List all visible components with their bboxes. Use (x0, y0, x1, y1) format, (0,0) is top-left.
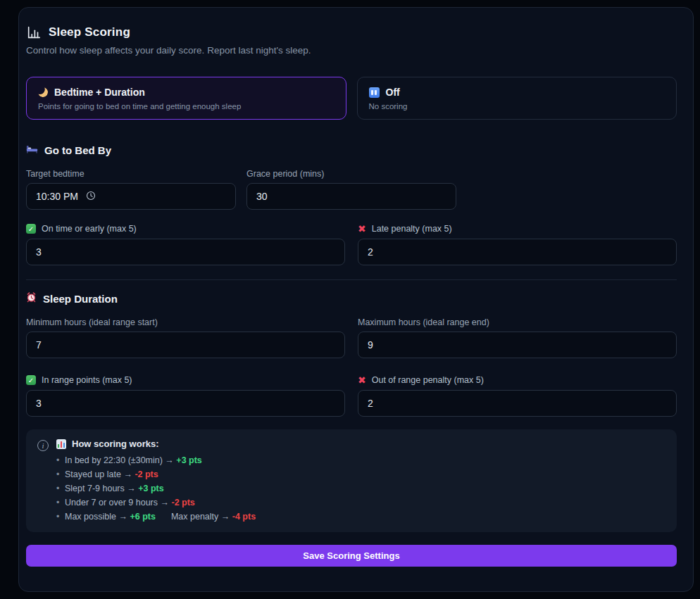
info-heading: How scoring works: (56, 439, 256, 449)
mode-card-title: Off (386, 87, 400, 98)
mode-card-desc: Points for going to bed on time and gett… (38, 102, 335, 111)
rule-item: Slept 7-9 hours → +3 pts (56, 481, 256, 496)
field-label: Late penalty (max 5) (372, 224, 452, 234)
on-time-points-input[interactable] (26, 239, 345, 265)
late-penalty-input[interactable] (358, 239, 677, 265)
check-icon: ✓ (26, 375, 36, 385)
bar-chart-emoji-icon (56, 439, 66, 449)
field-label: Out of range penalty (max 5) (372, 375, 484, 385)
info-heading-text: How scoring works: (72, 439, 159, 449)
mode-card-bedtime-duration[interactable]: Bedtime + Duration Points for going to b… (26, 77, 346, 120)
min-hours-input[interactable] (26, 332, 345, 358)
scoring-info-box: i How scoring works: In bed by 22:30 (±3… (26, 429, 677, 532)
points-value: -4 pts (232, 512, 256, 522)
field-out-of-range-penalty: ✖ Out of range penalty (max 5) (358, 375, 677, 417)
field-label-with-icon: ✓ In range points (max 5) (26, 375, 345, 385)
page-header: Sleep Scoring (26, 25, 677, 40)
mode-card-off[interactable]: Off No scoring (357, 77, 677, 120)
field-label: On time or early (max 5) (42, 224, 137, 234)
points-value: -2 pts (171, 498, 194, 507)
section-sleep-duration: Sleep Duration (26, 292, 677, 305)
page-subtitle: Control how sleep affects your daily sco… (26, 45, 677, 56)
field-label: Target bedtime (26, 169, 236, 179)
max-hours-input[interactable] (358, 332, 677, 358)
x-icon: ✖ (358, 224, 366, 234)
target-bedtime-value: 10:30 PM (36, 191, 78, 202)
field-label: Minimum hours (ideal range start) (26, 317, 345, 327)
mode-card-title: Bedtime + Duration (54, 87, 145, 98)
section-title-text: Go to Bed By (44, 144, 111, 156)
section-title-text: Sleep Duration (43, 293, 118, 305)
field-on-time-points: ✓ On time or early (max 5) (26, 224, 345, 265)
field-label: Maximum hours (ideal range end) (358, 317, 677, 327)
bed-icon (26, 144, 38, 156)
out-of-range-penalty-input[interactable] (358, 390, 677, 417)
rule-item: Max possible → +6 ptsMax penalty → -4 pt… (56, 510, 256, 524)
field-min-hours: Minimum hours (ideal range start) (26, 317, 345, 358)
section-go-to-bed-by: Go to Bed By (26, 144, 677, 156)
clock-icon[interactable] (86, 191, 96, 203)
field-late-penalty: ✖ Late penalty (max 5) (358, 224, 677, 265)
page-title: Sleep Scoring (49, 25, 130, 39)
section-divider (26, 279, 677, 280)
info-circle-icon: i (37, 440, 49, 451)
field-grace-period: Grace period (mins) (246, 169, 456, 210)
check-icon: ✓ (26, 224, 36, 234)
x-icon: ✖ (358, 375, 366, 385)
in-range-points-input[interactable] (26, 390, 345, 417)
scoring-rules-list: In bed by 22:30 (±30min) → +3 pts Stayed… (56, 453, 256, 524)
field-label-with-icon: ✖ Out of range penalty (max 5) (358, 375, 677, 385)
alarm-clock-icon (26, 292, 37, 305)
moon-icon (37, 87, 49, 99)
field-label: In range points (max 5) (42, 375, 132, 385)
target-bedtime-input[interactable]: 10:30 PM (26, 183, 236, 210)
mode-card-desc: No scoring (369, 102, 665, 111)
bar-chart-icon (26, 25, 42, 40)
field-max-hours: Maximum hours (ideal range end) (358, 317, 677, 358)
field-target-bedtime: Target bedtime 10:30 PM (26, 169, 236, 210)
points-value: +3 pts (176, 455, 201, 465)
field-label-with-icon: ✖ Late penalty (max 5) (358, 224, 677, 234)
field-label-with-icon: ✓ On time or early (max 5) (26, 224, 345, 234)
points-value: +3 pts (138, 484, 163, 493)
scoring-mode-cards: Bedtime + Duration Points for going to b… (26, 77, 677, 120)
sleep-scoring-panel: Sleep Scoring Control how sleep affects … (18, 7, 694, 592)
rule-item: In bed by 22:30 (±30min) → +3 pts (56, 453, 256, 467)
grace-period-input[interactable] (246, 183, 456, 210)
pause-icon (369, 87, 380, 98)
rule-item: Under 7 or over 9 hours → -2 pts (56, 496, 256, 510)
rule-item: Stayed up late → -2 pts (56, 467, 256, 481)
field-in-range-points: ✓ In range points (max 5) (26, 375, 345, 417)
points-value: -2 pts (135, 469, 158, 479)
save-scoring-settings-button[interactable]: Save Scoring Settings (26, 545, 677, 567)
points-value: +6 pts (130, 512, 155, 522)
field-label: Grace period (mins) (246, 169, 456, 179)
